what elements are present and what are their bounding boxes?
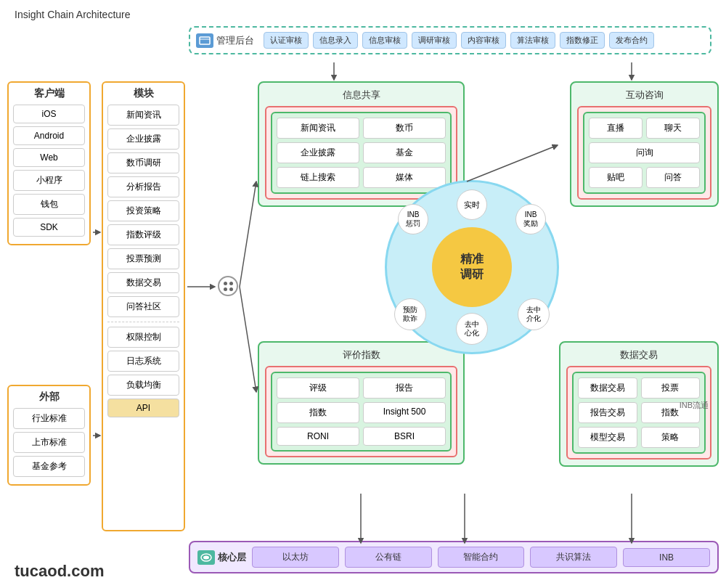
mgmt-btn-5[interactable]: 算法审核 (510, 32, 555, 49)
circle-label-top: 实时 (457, 189, 487, 220)
eval-title: 评价指数 (265, 348, 457, 362)
module-item-1: 企业披露 (107, 128, 179, 150)
data-section: 数据交易 数据交易 投票 报告交易 指数 模型交易 策略 INB流通 (559, 341, 719, 467)
interactive-item-2: 问询 (589, 142, 700, 163)
svg-point-3 (203, 555, 209, 559)
data-item-2: 报告交易 (578, 402, 637, 423)
dot-2 (229, 282, 233, 285)
module-bottom-1: 日志系统 (107, 351, 179, 372)
client-web: Web (13, 148, 85, 167)
mgmt-btn-2[interactable]: 信息审核 (362, 32, 407, 49)
module-item-8: 问答社区 (107, 296, 179, 317)
data-inner-red: 数据交易 投票 报告交易 指数 模型交易 策略 (566, 366, 711, 460)
external-item-2: 基金参考 (13, 456, 85, 477)
info-item-2: 企业披露 (277, 142, 359, 163)
module-title: 模块 (107, 87, 179, 100)
dots-inner (224, 282, 233, 291)
interactive-item-1: 聊天 (646, 118, 700, 139)
eval-item-4: RONI (277, 427, 359, 446)
eval-inner-green: 评级 报告 指数 Insight 500 RONI BSRI (271, 372, 452, 452)
module-item-4: 投资策略 (107, 200, 179, 221)
svg-line-6 (240, 181, 256, 287)
eval-grid: 评级 报告 指数 Insight 500 RONI BSRI (277, 377, 446, 446)
info-item-0: 新闻资讯 (277, 118, 359, 139)
module-bottom-3: API (107, 399, 179, 417)
core-btn-2[interactable]: 智能合约 (438, 547, 525, 568)
core-label: 核心层 (197, 550, 246, 565)
mgmt-label: 管理后台 (196, 33, 254, 48)
data-item-4: 模型交易 (578, 427, 637, 448)
client-sdk: SDK (13, 218, 85, 237)
interactive-section: 互动咨询 直播 聊天 问询 贴吧 问答 (570, 81, 719, 207)
mgmt-btn-3[interactable]: 调研审核 (412, 32, 457, 49)
external-title: 外部 (13, 391, 85, 404)
info-item-1: 数币 (363, 118, 446, 139)
module-item-7: 数据交易 (107, 272, 179, 293)
data-inner-green: 数据交易 投票 报告交易 指数 模型交易 策略 (572, 372, 706, 454)
external-item-0: 行业标准 (13, 408, 85, 429)
connector-dots (218, 276, 238, 296)
interactive-inner-green: 直播 聊天 问询 贴吧 问答 (583, 112, 706, 194)
module-item-3: 分析报告 (107, 176, 179, 197)
dot-1 (224, 282, 227, 285)
client-miniapp: 小程序 (13, 170, 85, 191)
interactive-inner: 直播 聊天 问询 贴吧 问答 (577, 106, 711, 200)
module-item-2: 数币调研 (107, 152, 179, 173)
data-item-1: 投票 (641, 377, 701, 399)
info-item-4: 链上搜索 (277, 167, 359, 188)
interactive-item-0: 直播 (589, 118, 643, 139)
page-title: Insight Chain Architecture (15, 9, 131, 20)
mgmt-btn-0[interactable]: 认证审核 (264, 32, 309, 49)
mgmt-btn-1[interactable]: 信息录入 (313, 32, 358, 49)
mgmt-bar: 管理后台 认证审核 信息录入 信息审核 调研审核 内容审核 算法审核 指数修正 … (189, 26, 711, 54)
info-inner-red: 新闻资讯 数币 企业披露 基金 链上搜索 媒体 (265, 106, 457, 200)
circle-label-bottom: 去中心化 (456, 313, 488, 345)
core-icon (197, 550, 215, 565)
eval-item-5: BSRI (363, 427, 446, 446)
client-wallet: 钱包 (13, 194, 85, 215)
info-title: 信息共享 (265, 89, 457, 102)
external-section: 外部 行业标准 上市标准 基金参考 (7, 385, 91, 486)
info-item-3: 基金 (363, 142, 446, 163)
data-item-0: 数据交易 (578, 377, 637, 399)
mgmt-btn-6[interactable]: 指数修正 (560, 32, 605, 49)
module-item-0: 新闻资讯 (107, 105, 179, 126)
mgmt-btn-4[interactable]: 内容审核 (461, 32, 506, 49)
core-btn-1[interactable]: 公有链 (345, 547, 432, 568)
svg-rect-0 (200, 37, 210, 44)
core-btn-4[interactable]: INB (623, 548, 710, 567)
interactive-title: 互动咨询 (577, 89, 711, 102)
external-item-1: 上市标准 (13, 432, 85, 453)
eval-item-2: 指数 (277, 402, 359, 423)
module-section: 模块 新闻资讯 企业披露 数币调研 分析报告 投资策略 指数评级 投票预测 数据… (102, 81, 185, 531)
inb-label: INB流通 (680, 400, 709, 411)
circle-label-bl: 预防欺诈 (394, 298, 426, 330)
mgmt-btn-7[interactable]: 发布合约 (609, 32, 654, 49)
data-grid: 数据交易 投票 报告交易 指数 模型交易 策略 (578, 377, 700, 448)
svg-line-8 (467, 145, 558, 181)
circle-label-tl: INB惩罚 (398, 204, 428, 234)
core-btn-0[interactable]: 以太坊 (252, 547, 339, 568)
module-item-5: 指数评级 (107, 224, 179, 245)
core-layer: 核心层 以太坊 公有链 智能合约 共识算法 INB (189, 541, 719, 573)
module-bottom-0: 权限控制 (107, 327, 179, 348)
circle-center: 精准调研 (432, 227, 512, 307)
circle-label-tr: INB奖励 (515, 204, 546, 234)
module-item-6: 投票预测 (107, 248, 179, 269)
eval-item-0: 评级 (277, 377, 359, 399)
data-title: 数据交易 (566, 348, 711, 362)
client-android: Android (13, 126, 85, 145)
client-section: 客户端 iOS Android Web 小程序 钱包 SDK (7, 81, 91, 245)
center-circle: 实时 INB奖励 去中介化 去中心化 预防欺诈 INB惩罚 精准调研 (385, 180, 559, 354)
dot-3 (224, 287, 227, 291)
module-separator (107, 322, 179, 322)
dot-4 (229, 287, 233, 291)
eval-item-1: 报告 (363, 377, 446, 399)
data-item-5: 策略 (641, 427, 701, 448)
core-btn-3[interactable]: 共识算法 (530, 547, 617, 568)
mgmt-icon (196, 33, 213, 48)
eval-section: 评价指数 评级 报告 指数 Insight 500 RONI BSRI (258, 341, 465, 465)
info-item-5: 媒体 (363, 167, 446, 188)
eval-item-3: Insight 500 (363, 402, 446, 423)
info-inner-green: 新闻资讯 数币 企业披露 基金 链上搜索 媒体 (271, 112, 452, 194)
